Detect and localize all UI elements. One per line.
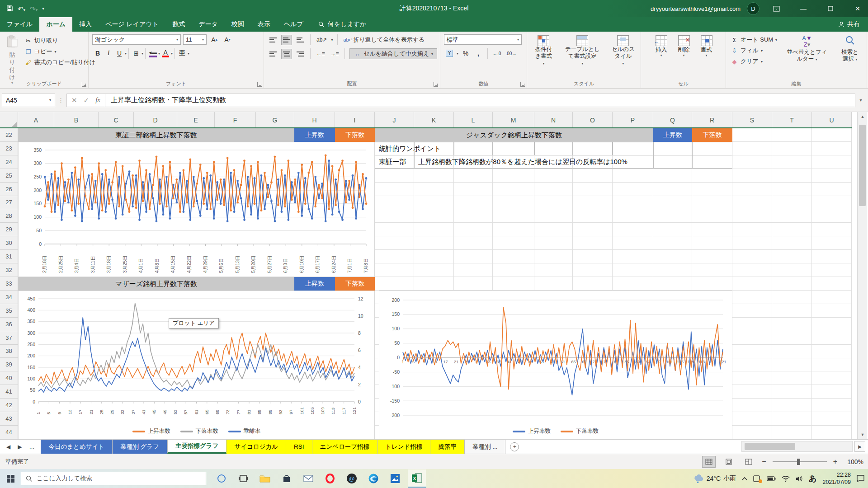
format-cells-button[interactable]: ↔ 書式▾ xyxy=(698,34,715,80)
sheet-tab-業種別-グラフ[interactable]: 業種別 グラフ xyxy=(113,440,167,454)
decrease-font-icon[interactable]: A▾ xyxy=(222,34,233,45)
share-button[interactable]: 共有 xyxy=(838,17,868,32)
italic-button[interactable]: I xyxy=(103,48,114,59)
row-header-39[interactable]: 39 xyxy=(0,358,18,371)
underline-button[interactable]: U xyxy=(114,48,125,59)
taskbar-search-input[interactable]: ここに入力して検索 xyxy=(21,472,206,485)
action-center-icon[interactable] xyxy=(857,475,864,482)
legend-item[interactable]: 上昇率数 xyxy=(132,427,170,435)
comma-format-icon[interactable]: , xyxy=(473,48,484,59)
wrap-text-button[interactable]: ab↵折り返して全体を表示する xyxy=(342,35,425,44)
column-header-E[interactable]: E xyxy=(177,112,215,128)
insert-function-icon[interactable]: fx xyxy=(95,96,100,104)
decrease-decimal-icon[interactable]: .00→ xyxy=(504,48,518,59)
row-header-35[interactable]: 35 xyxy=(0,304,18,318)
redo-icon[interactable]: ↷▾ xyxy=(30,5,38,12)
sheet-tab-サイコロジカル[interactable]: サイコロジカル xyxy=(226,440,286,454)
paste-button[interactable]: 貼り付け ▾ xyxy=(4,34,21,86)
zoom-slider-thumb[interactable] xyxy=(797,459,800,465)
decrease-indent-icon[interactable]: ←≡ xyxy=(315,49,326,59)
maximize-button[interactable] xyxy=(820,0,841,17)
tosho2-up-button[interactable]: 上昇数 xyxy=(294,128,335,142)
font-color-icon[interactable]: A xyxy=(160,48,171,59)
row-header-29[interactable]: 29 xyxy=(0,223,18,236)
column-header-G[interactable]: G xyxy=(256,112,294,128)
tosho2-down-button[interactable]: 下落数 xyxy=(335,128,375,142)
row-header-32[interactable]: 32 xyxy=(0,263,18,277)
sheet-tab-エンベロープ指標[interactable]: エンベロープ指標 xyxy=(312,440,378,454)
orientation-icon[interactable]: ab↗ xyxy=(315,35,328,45)
stats-text-cell[interactable]: 上昇銘柄数下降銘柄数が80％を超えた場合には翌日の反転率は100% xyxy=(414,155,653,169)
legend-item[interactable]: 上昇率数 xyxy=(513,427,551,435)
column-header-C[interactable]: C xyxy=(99,112,134,128)
weather-widget[interactable]: 24°C 小雨 xyxy=(693,474,736,483)
tab-formulas[interactable]: 数式 xyxy=(165,17,192,32)
cancel-entry-icon[interactable]: ✕ xyxy=(71,96,77,104)
column-header-A[interactable]: A xyxy=(18,112,54,128)
column-header-T[interactable]: T xyxy=(772,112,812,128)
sheet-nav-more-icon[interactable]: … xyxy=(29,444,34,450)
mail-icon[interactable] xyxy=(299,469,317,488)
format-as-table-button[interactable]: テーブルとして書式設定▾ xyxy=(561,34,604,80)
close-button[interactable]: ✕ xyxy=(847,0,868,17)
fill-button[interactable]: ⇩フィル▾ xyxy=(730,46,778,55)
start-button[interactable] xyxy=(0,469,21,488)
clock[interactable]: 22:28 2021/07/09 xyxy=(822,471,851,486)
sheet-tab-トレンド指標[interactable]: トレンド指標 xyxy=(377,440,430,454)
font-dialog-launcher[interactable] xyxy=(257,82,262,87)
scroll-up-icon[interactable]: ▲ xyxy=(858,112,868,121)
copy-button[interactable]: ❐コピー▾ xyxy=(24,47,96,56)
number-dialog-launcher[interactable] xyxy=(520,82,525,87)
account-email[interactable]: dryyourtearswithlove1@gmail.com xyxy=(651,5,741,12)
row-header-42[interactable]: 42 xyxy=(0,399,18,412)
file-explorer-icon[interactable] xyxy=(256,469,274,488)
font-name-select[interactable]: 游ゴシック▾ xyxy=(92,34,181,45)
row-header-31[interactable]: 31 xyxy=(0,250,18,263)
stats-cell[interactable] xyxy=(653,155,692,169)
increase-decimal-icon[interactable]: ←.0 xyxy=(491,48,502,59)
stats-title-cell[interactable]: 統計的ワンポイント xyxy=(375,142,414,155)
increase-font-icon[interactable]: A▴ xyxy=(209,34,220,45)
zoom-slider[interactable] xyxy=(773,461,827,462)
cell-styles-button[interactable]: セルのスタイル▾ xyxy=(609,34,638,80)
percent-format-icon[interactable]: % xyxy=(460,48,471,59)
phonetic-guide-icon[interactable]: 亜 xyxy=(177,48,188,59)
conditional-formatting-button[interactable]: 条件付き書式▾ xyxy=(531,34,557,80)
cut-button[interactable]: ✂切り取り xyxy=(24,36,96,45)
mothers-down-button[interactable]: 下落数 xyxy=(335,277,375,291)
column-header-I[interactable]: I xyxy=(335,112,375,128)
column-header-N[interactable]: N xyxy=(534,112,573,128)
row-header-26[interactable]: 26 xyxy=(0,183,18,196)
column-header-M[interactable]: M xyxy=(493,112,534,128)
page-break-view-icon[interactable] xyxy=(742,456,755,468)
horizontal-scroll-thumb[interactable] xyxy=(745,443,795,450)
horizontal-scrollbar[interactable] xyxy=(741,441,853,452)
column-header-B[interactable]: B xyxy=(54,112,99,128)
customize-qat-icon[interactable]: ▾ xyxy=(42,7,44,11)
stats-cell[interactable] xyxy=(653,142,692,155)
confirm-entry-icon[interactable]: ✓ xyxy=(84,96,90,104)
scroll-down-icon[interactable]: ▼ xyxy=(858,430,868,439)
tab-help[interactable]: ヘルプ xyxy=(277,17,310,32)
column-header-L[interactable]: L xyxy=(454,112,493,128)
column-header-J[interactable]: J xyxy=(375,112,414,128)
stats-cell[interactable] xyxy=(692,142,732,155)
row-header-34[interactable]: 34 xyxy=(0,291,18,304)
row-header-36[interactable]: 36 xyxy=(0,318,18,331)
bold-button[interactable]: B xyxy=(92,48,103,59)
normal-view-icon[interactable] xyxy=(702,456,716,468)
avatar[interactable]: D xyxy=(747,2,760,15)
select-all-corner[interactable] xyxy=(0,112,18,128)
sheet-tab-今日のまとめサイト[interactable]: 今日のまとめサイト xyxy=(41,440,113,454)
ribbon-display-options-icon[interactable] xyxy=(766,0,787,17)
mention-app-icon[interactable]: @ xyxy=(343,469,361,488)
tab-home[interactable]: ホーム xyxy=(39,17,72,32)
borders-icon[interactable]: ⊞ xyxy=(131,48,142,59)
stats-cell[interactable] xyxy=(534,142,573,155)
stats-cell[interactable] xyxy=(414,142,454,155)
alignment-dialog-launcher[interactable] xyxy=(434,82,438,87)
sheet-tab-騰落率[interactable]: 騰落率 xyxy=(430,440,465,454)
notification-badge-icon[interactable] xyxy=(753,475,761,482)
column-header-H[interactable]: H xyxy=(294,112,335,128)
stats-market-cell[interactable]: 東証一部 xyxy=(375,155,414,169)
